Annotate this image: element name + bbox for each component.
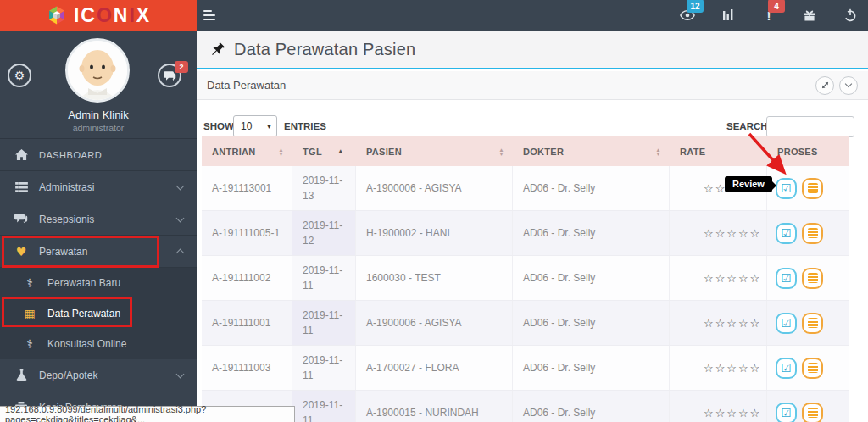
cell-pasien: A-1900015 - NURINDAH [356, 391, 513, 422]
rating-stars[interactable]: ☆☆☆☆☆ [670, 211, 767, 255]
cell-tgl: 2019-11-13 [292, 166, 356, 210]
sidebar-item-depo-apotek[interactable]: Depo/Apotek [0, 359, 197, 391]
search-input[interactable] [766, 116, 854, 137]
gift-icon[interactable] [800, 6, 819, 25]
brand-hexagon-icon [46, 4, 68, 26]
sidebar-item-perawatan[interactable]: ♥ Perawatan [0, 236, 197, 268]
entries-label: ENTRIES [284, 121, 326, 131]
list-alt-icon [808, 228, 818, 238]
cell-pasien: A-1700027 - FLORA [356, 346, 513, 390]
list-icon [14, 182, 29, 192]
comments-icon [14, 214, 29, 225]
alerts-icon[interactable]: ! 4 [760, 6, 778, 25]
detail-button[interactable] [802, 313, 823, 334]
messages-eye-icon[interactable]: 12 [678, 6, 697, 25]
cell-antrian: A-191113001 [202, 166, 292, 210]
flask-icon [14, 369, 29, 381]
sidebar-item-konsultasi-online[interactable]: ⚕ Konsultasi Online [0, 329, 197, 359]
sort-icon: ▲▼ [655, 147, 661, 156]
cell-dokter: AD06 - Dr. Selly [513, 256, 670, 300]
review-button[interactable]: ☑ [776, 268, 797, 289]
cell-actions: ☑ [767, 211, 849, 255]
list-alt-icon [808, 408, 818, 418]
table-row: A-191111001 2019-11-11 A-1900006 - AGISY… [202, 301, 849, 346]
sidebar-item-administrasi[interactable]: Administrasi [0, 171, 197, 203]
detail-button[interactable] [802, 223, 823, 244]
sidebar-item-perawatan-baru[interactable]: ⚕ Perawatan Baru [0, 268, 197, 298]
list-alt-icon [808, 363, 818, 373]
cell-antrian: A-191111001 [202, 301, 292, 345]
cell-tgl: 2019-11-11 [292, 391, 356, 422]
chevron-down-icon [176, 182, 185, 191]
main-content: Data Perawatan Pasien Data Perawatan SHO… [197, 31, 868, 422]
chevron-up-icon [176, 249, 185, 258]
page-size-select[interactable]: 10 [233, 115, 277, 137]
detail-button[interactable] [802, 268, 823, 289]
collapse-panel-button[interactable] [839, 76, 858, 95]
table-row: A-191111003 2019-11-11 A-1700027 - FLORA… [202, 346, 849, 391]
cell-pasien: H-1900002 - HANI [356, 211, 513, 255]
rating-stars[interactable]: ☆☆☆☆☆ [670, 391, 767, 422]
panel-title: Data Perawatan [207, 79, 286, 92]
messages-badge: 12 [687, 0, 704, 13]
stats-bars-icon[interactable] [719, 6, 737, 25]
detail-button[interactable] [802, 358, 823, 379]
expand-panel-button[interactable] [815, 76, 834, 95]
rating-stars[interactable]: ☆☆☆☆☆ [670, 301, 767, 345]
chevron-down-icon [845, 81, 852, 87]
cell-antrian: A-191111005-1 [202, 211, 292, 255]
sidebar-item-data-perawatan[interactable]: ▦ Data Perawatan [0, 298, 197, 329]
cell-tgl: 2019-11-11 [292, 346, 356, 390]
alerts-badge: 4 [768, 0, 785, 13]
sidebar-menu: DASHBOARD Administrasi Resepsionis ♥ Per… [0, 139, 197, 422]
cell-dokter: AD06 - Dr. Selly [513, 211, 670, 255]
column-header-tgl[interactable]: TGL▲ [292, 136, 356, 166]
column-header-pasien[interactable]: PASIEN▲▼ [356, 136, 513, 166]
detail-button[interactable] [802, 178, 823, 199]
home-icon [14, 149, 29, 161]
sort-icon: ▲▼ [278, 147, 284, 156]
review-button[interactable]: ☑ [776, 313, 797, 334]
power-icon[interactable] [841, 6, 860, 25]
review-button[interactable]: ☑ [776, 403, 797, 422]
review-button[interactable]: ☑ [776, 178, 797, 199]
cell-dokter: AD06 - Dr. Selly [513, 346, 670, 390]
rating-stars[interactable]: ☆☆☆☆☆ [670, 346, 767, 390]
column-header-antrian[interactable]: ANTRIAN▲▼ [202, 136, 292, 166]
cell-tgl: 2019-11-11 [292, 256, 356, 300]
settings-gear-icon[interactable]: ⚙ [8, 64, 31, 87]
review-button[interactable]: ☑ [776, 358, 797, 379]
sidebar-item-dashboard[interactable]: DASHBOARD [0, 139, 197, 171]
table-icon: ▦ [22, 308, 37, 319]
cell-dokter: AD06 - Dr. Selly [513, 391, 670, 422]
detail-button[interactable] [802, 403, 823, 422]
avatar[interactable] [65, 38, 130, 103]
cell-antrian: A-191111003 [202, 346, 292, 390]
review-button[interactable]: ☑ [776, 223, 797, 244]
expand-arrows-icon [821, 81, 830, 90]
cell-antrian: A-191111002 [202, 256, 292, 300]
topbar: ICONIX 12 ! 4 [0, 0, 868, 31]
chevron-down-icon [176, 370, 185, 379]
table-header-row: ANTRIAN▲▼ TGL▲ PASIEN▲▼ DOKTER▲▼ RATE PR… [202, 136, 849, 166]
sidebar-item-resepsionis[interactable]: Resepsionis [0, 203, 197, 236]
app-window: ICONIX 12 ! 4 ⚙ [0, 0, 868, 422]
page-header: Data Perawatan Pasien [197, 31, 868, 69]
column-header-rate[interactable]: RATE [670, 136, 767, 166]
chevron-down-icon [176, 214, 185, 223]
cell-actions: ☑ [767, 391, 849, 422]
cell-tgl: 2019-11-12 [292, 211, 356, 255]
column-header-proses[interactable]: PROSES [767, 136, 849, 166]
show-label: SHOW [203, 121, 234, 131]
cell-actions: ☑ [767, 166, 849, 210]
stethoscope-icon: ⚕ [22, 338, 37, 350]
cell-dokter: AD06 - Dr. Selly [513, 166, 670, 210]
rating-stars[interactable]: ☆☆☆☆☆ [670, 256, 767, 300]
list-alt-icon [808, 273, 818, 283]
cell-pasien: A-1900006 - AGISYA [356, 166, 513, 210]
cell-actions: ☑ [767, 256, 849, 300]
panel-header: Data Perawatan [197, 71, 868, 100]
column-header-dokter[interactable]: DOKTER▲▼ [513, 136, 670, 166]
sidebar-toggle-icon[interactable] [203, 10, 215, 20]
brand-logo[interactable]: ICONIX [0, 0, 197, 31]
